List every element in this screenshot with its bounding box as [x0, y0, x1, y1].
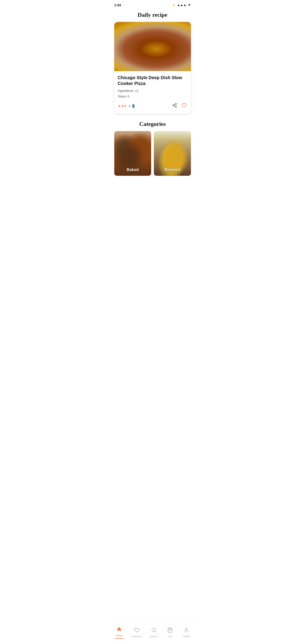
recipe-title: Chicago Style Deep Dish Slow Cooker Pizz… [118, 75, 188, 86]
recipe-actions [171, 102, 188, 110]
category-card-baked[interactable]: Baked [114, 131, 152, 176]
status-bar: 1:34 ⚡ ▲▲▲ ▼ [111, 0, 194, 10]
pizza-image-visual [114, 22, 191, 71]
svg-line-4 [174, 104, 175, 105]
daily-recipe-section: Daily recipe Chicago Style Deep Dish Slo… [114, 10, 191, 114]
share-button[interactable] [171, 102, 178, 110]
recipe-info: Chicago Style Deep Dish Slow Cooker Pizz… [114, 71, 191, 114]
category-card-roasted[interactable]: Roasted [154, 131, 191, 176]
star-icon: ★ [118, 104, 121, 108]
like-button[interactable] [181, 102, 188, 110]
steps-label: Steps: 6 [118, 94, 188, 99]
ingredients-label: Ingredients: 12 [118, 88, 188, 94]
recipe-rating: ★ 0.0 [118, 104, 126, 108]
recipe-card[interactable]: Chicago Style Deep Dish Slow Cooker Pizz… [114, 22, 191, 114]
main-content: Daily recipe Chicago Style Deep Dish Slo… [111, 10, 194, 198]
recipe-meta: Ingredients: 12 Steps: 6 [118, 88, 188, 99]
battery-icon: ⚡ [172, 3, 176, 7]
baked-label: Baked [114, 168, 152, 172]
roasted-label: Roasted [154, 168, 191, 172]
svg-line-3 [174, 106, 175, 107]
signal-icon: ▲▲▲ [177, 3, 186, 7]
categories-grid: Baked Roasted [114, 131, 191, 176]
daily-recipe-title: Daily recipe [114, 12, 191, 18]
status-time: 1:34 [114, 3, 121, 7]
rating-value: 0.0 [122, 104, 126, 108]
wifi-icon: ▼ [188, 3, 191, 7]
recipe-stats: ★ 0.0 0 👤 [118, 104, 135, 108]
categories-title: Categories [114, 121, 191, 128]
recipe-footer: ★ 0.0 0 👤 [118, 102, 188, 110]
person-icon: 👤 [132, 104, 135, 108]
users-value: 0 [129, 104, 130, 108]
status-icons: ⚡ ▲▲▲ ▼ [172, 3, 191, 7]
categories-section: Categories Baked Roasted [114, 121, 191, 176]
users-count: 0 👤 [129, 104, 135, 108]
recipe-image [114, 22, 191, 71]
